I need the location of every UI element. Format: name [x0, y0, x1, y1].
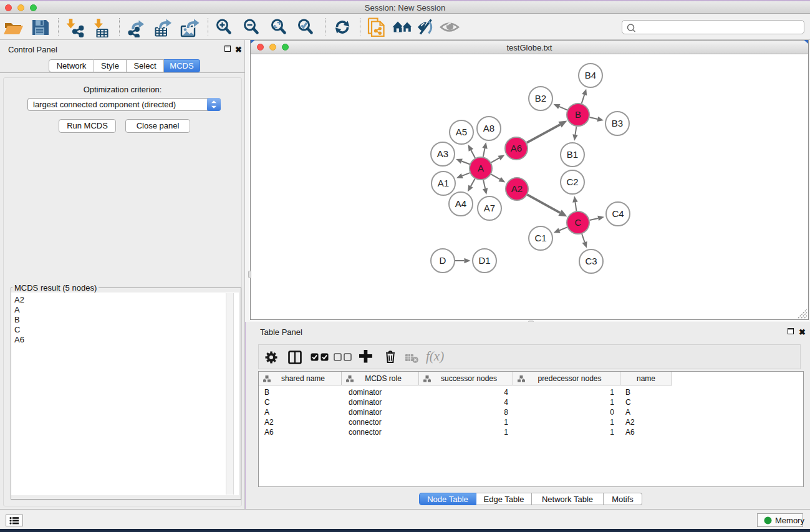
svg-text:A3: A3	[437, 148, 448, 159]
svg-text:C3: C3	[585, 256, 597, 266]
svg-text:A5: A5	[456, 127, 467, 137]
svg-text:D1: D1	[478, 255, 490, 266]
svg-text:D: D	[440, 255, 446, 266]
svg-text:A: A	[478, 163, 484, 173]
svg-text:C2: C2	[566, 177, 578, 187]
svg-text:C1: C1	[534, 233, 546, 243]
svg-text:B3: B3	[612, 118, 623, 128]
svg-text:A4: A4	[455, 198, 466, 209]
svg-text:B2: B2	[535, 93, 546, 104]
svg-text:B4: B4	[585, 70, 596, 80]
svg-text:A8: A8	[483, 123, 494, 133]
svg-text:A2: A2	[511, 183, 523, 194]
svg-text:C4: C4	[612, 208, 624, 219]
svg-text:B: B	[575, 109, 581, 120]
svg-text:C: C	[575, 217, 582, 228]
svg-text:A6: A6	[511, 143, 522, 153]
svg-text:B1: B1	[567, 149, 578, 160]
svg-text:A7: A7	[484, 203, 495, 213]
svg-text:A1: A1	[438, 178, 449, 188]
